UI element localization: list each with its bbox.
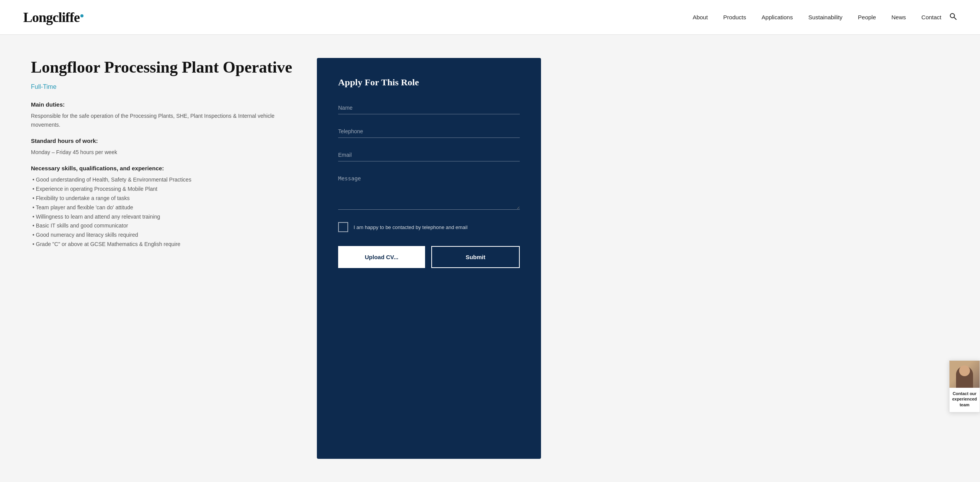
duties-text: Responsible for the safe operation of th… xyxy=(31,112,294,129)
logo-dot xyxy=(80,14,83,17)
skills-heading: Necessary skills, qualifications, and ex… xyxy=(31,165,294,171)
consent-row: I am happy to be contacted by telephone … xyxy=(338,222,520,232)
nav-news[interactable]: News xyxy=(892,14,906,20)
contact-widget-text: Contact our experienced team xyxy=(949,388,980,412)
hours-heading: Standard hours of work: xyxy=(31,137,294,144)
search-icon xyxy=(949,12,957,20)
nav-about[interactable]: About xyxy=(692,14,708,20)
nav-applications[interactable]: Applications xyxy=(762,14,793,20)
job-description: Longfloor Processing Plant Operative Ful… xyxy=(31,58,294,459)
telephone-field-group xyxy=(338,125,520,138)
search-button[interactable] xyxy=(949,12,957,22)
form-buttons: Upload CV... Submit xyxy=(338,246,520,268)
name-input[interactable] xyxy=(338,102,520,114)
nav-products[interactable]: Products xyxy=(723,14,746,20)
main-nav: About Products Applications Sustainabili… xyxy=(692,14,941,20)
telephone-input[interactable] xyxy=(338,125,520,138)
bullet-1: • Experience in operating Processing & M… xyxy=(31,185,294,194)
hours-text: Monday – Friday 45 hours per week xyxy=(31,148,294,156)
duties-heading: Main duties: xyxy=(31,101,294,108)
bullet-5: • Basic IT skills and good communicator xyxy=(31,221,294,231)
email-field-group xyxy=(338,149,520,161)
message-input[interactable] xyxy=(338,172,520,210)
form-title: Apply For This Role xyxy=(338,77,520,88)
nav-people[interactable]: People xyxy=(858,14,876,20)
nav-contact[interactable]: Contact xyxy=(921,14,941,20)
skills-list: • Good understanding of Health, Safety &… xyxy=(31,175,294,249)
job-title: Longfloor Processing Plant Operative xyxy=(31,58,294,76)
job-type: Full-Time xyxy=(31,83,294,90)
submit-button[interactable]: Submit xyxy=(431,246,520,268)
bullet-2: • Flexibility to undertake a range of ta… xyxy=(31,194,294,203)
site-logo[interactable]: Longcliffe xyxy=(23,9,83,25)
main-content: Longfloor Processing Plant Operative Ful… xyxy=(0,35,980,482)
message-field-group xyxy=(338,172,520,211)
application-form-panel: Apply For This Role I am happy to be con… xyxy=(317,58,541,459)
site-header: Longcliffe About Products Applications S… xyxy=(0,0,980,35)
consent-checkbox[interactable] xyxy=(338,222,348,232)
consent-label: I am happy to be contacted by telephone … xyxy=(354,224,468,230)
email-input[interactable] xyxy=(338,149,520,161)
name-field-group xyxy=(338,102,520,114)
upload-cv-button[interactable]: Upload CV... xyxy=(338,246,425,268)
bullet-0: • Good understanding of Health, Safety &… xyxy=(31,175,294,185)
contact-widget-image xyxy=(949,361,980,388)
nav-sustainability[interactable]: Sustainability xyxy=(808,14,842,20)
bullet-4: • Willingness to learn and attend any re… xyxy=(31,212,294,222)
telephone-row xyxy=(338,125,520,138)
contact-widget: × Contact our experienced team xyxy=(949,360,980,412)
bullet-3: • Team player and flexible 'can do' atti… xyxy=(31,203,294,212)
svg-line-1 xyxy=(954,17,956,20)
bullet-6: • Good numeracy and literacy skills requ… xyxy=(31,231,294,240)
svg-point-0 xyxy=(950,14,954,18)
bullet-7: • Grade "C" or above at GCSE Mathematics… xyxy=(31,240,294,249)
